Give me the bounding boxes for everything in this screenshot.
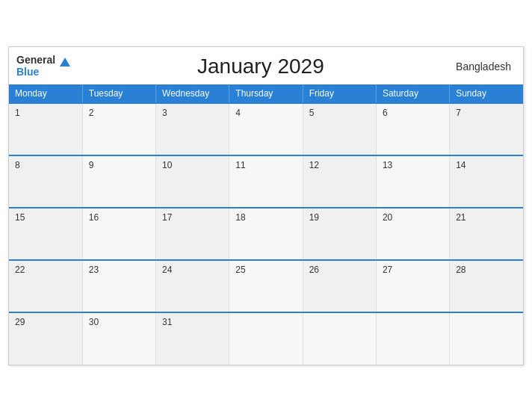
day-number: 25 (235, 265, 245, 275)
day-number: 15 (15, 212, 25, 223)
calendar-cell: 7 (450, 103, 523, 155)
calendar-cell: 11 (229, 155, 303, 208)
calendar-cell: 13 (376, 155, 449, 208)
calendar-cell: 22 (9, 260, 82, 312)
day-number: 6 (383, 108, 388, 118)
calendar-cell (450, 312, 523, 365)
day-number: 13 (383, 160, 392, 170)
calendar-cell: 9 (82, 155, 155, 208)
weekday-wednesday: Wednesday (156, 84, 229, 103)
day-number: 7 (456, 108, 461, 118)
weekday-tuesday: Tuesday (82, 84, 155, 103)
day-number: 11 (235, 160, 245, 170)
calendar-cell: 21 (450, 208, 523, 260)
calendar-cell (229, 312, 303, 365)
day-number: 10 (162, 160, 172, 170)
day-number: 4 (235, 108, 241, 118)
calendar-cell: 27 (376, 260, 449, 312)
weekday-monday: Monday (9, 84, 82, 103)
day-number: 31 (162, 317, 172, 327)
day-number: 24 (162, 265, 172, 275)
calendar-cell: 3 (156, 103, 229, 155)
week-row-3: 15161718192021 (9, 208, 523, 260)
day-number: 20 (383, 212, 392, 223)
day-number: 23 (89, 265, 99, 275)
calendar-cell (376, 312, 449, 365)
week-row-1: 1234567 (9, 103, 523, 155)
calendar-cell: 14 (450, 155, 523, 208)
calendar-cell: 15 (9, 208, 82, 260)
calendar-cell: 30 (82, 312, 155, 365)
day-number: 28 (456, 265, 466, 275)
calendar-cell: 31 (156, 312, 229, 365)
country-label: Bangladesh (451, 61, 511, 72)
calendar-cell: 8 (9, 155, 82, 208)
calendar-cell: 1 (9, 103, 82, 155)
calendar-cell: 24 (156, 260, 229, 312)
day-number: 19 (309, 212, 319, 223)
calendar-cell: 2 (82, 103, 155, 155)
calendar-cell (303, 312, 376, 365)
weekday-friday: Friday (303, 84, 376, 103)
calendar-cell: 5 (303, 103, 376, 155)
day-number: 17 (162, 212, 172, 223)
week-row-5: 293031 (9, 312, 523, 365)
calendar-table: MondayTuesdayWednesdayThursdayFridaySatu… (9, 84, 523, 365)
day-number: 21 (456, 212, 466, 223)
calendar-cell: 23 (82, 260, 155, 312)
day-number: 2 (89, 108, 94, 118)
calendar-cell: 4 (229, 103, 303, 155)
week-row-4: 22232425262728 (9, 260, 523, 312)
day-number: 14 (456, 160, 466, 170)
week-row-2: 891011121314 (9, 155, 523, 208)
weekday-saturday: Saturday (376, 84, 449, 103)
day-number: 1 (15, 108, 20, 118)
calendar-cell: 19 (303, 208, 376, 260)
day-number: 22 (15, 265, 25, 275)
logo-general-text: General (16, 54, 55, 66)
day-number: 27 (383, 265, 392, 275)
calendar-cell: 18 (229, 208, 303, 260)
weekday-sunday: Sunday (450, 84, 523, 103)
calendar-cell: 20 (376, 208, 449, 260)
calendar-cell: 6 (376, 103, 449, 155)
day-number: 29 (15, 317, 25, 327)
day-number: 18 (235, 212, 245, 223)
calendar-title: January 2029 (70, 55, 451, 78)
logo: General Blue (16, 55, 70, 78)
day-number: 26 (309, 265, 319, 275)
calendar-cell: 17 (156, 208, 229, 260)
calendar-cell: 16 (82, 208, 155, 260)
weekday-header-row: MondayTuesdayWednesdayThursdayFridaySatu… (9, 84, 523, 103)
logo-blue-text: Blue (16, 66, 39, 78)
day-number: 3 (162, 108, 167, 118)
calendar-cell: 10 (156, 155, 229, 208)
day-number: 5 (309, 108, 315, 118)
day-number: 9 (89, 160, 94, 170)
calendar-cell: 12 (303, 155, 376, 208)
calendar: General Blue January 2029 Bangladesh Mon… (8, 46, 524, 365)
day-number: 8 (15, 160, 20, 170)
weekday-thursday: Thursday (229, 84, 303, 103)
logo-triangle-icon (60, 58, 70, 67)
day-number: 12 (309, 160, 319, 170)
calendar-header: General Blue January 2029 Bangladesh (9, 47, 523, 84)
calendar-cell: 26 (303, 260, 376, 312)
calendar-cell: 28 (450, 260, 523, 312)
calendar-cell: 29 (9, 312, 82, 365)
day-number: 16 (89, 212, 99, 223)
day-number: 30 (89, 317, 99, 327)
calendar-cell: 25 (229, 260, 303, 312)
